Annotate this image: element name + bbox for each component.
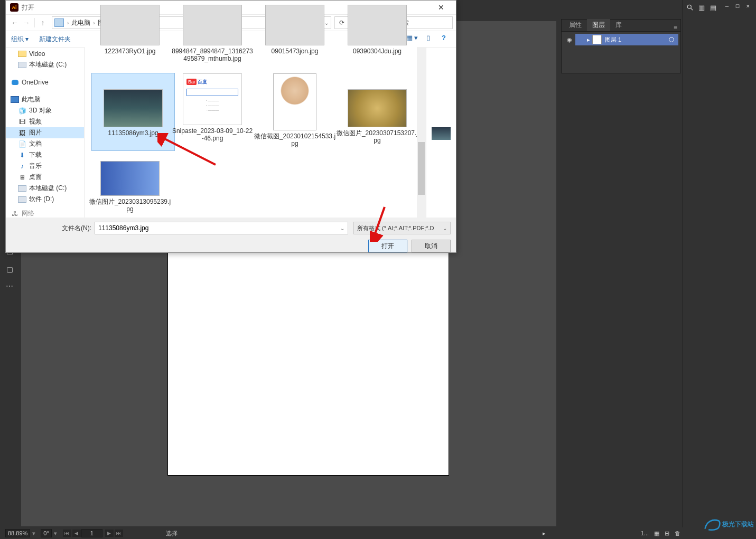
- arrange-docs-icon[interactable]: ▥: [697, 3, 706, 12]
- file-item-caption: 微信图片_20230313095239.jpg: [89, 198, 171, 213]
- status-mode-label: 选择: [166, 529, 178, 537]
- tree-item-network[interactable]: 🖧网络: [6, 208, 84, 218]
- layers-panel: 属性 图层 库 ≡ ◉ ▸ 图层 1: [561, 19, 681, 73]
- file-item[interactable]: 微信图片_20230313095239.jpg: [89, 161, 171, 213]
- tree-item-documents[interactable]: 📄文档: [6, 138, 84, 149]
- nav-back-button[interactable]: ←: [9, 17, 21, 29]
- status-icon-3[interactable]: 🗑: [675, 530, 680, 536]
- tree-item-downloads[interactable]: ⬇下载: [6, 149, 84, 160]
- tree-item-pictures[interactable]: 🖼图片: [6, 127, 84, 138]
- layer-row[interactable]: ◉ ▸ 图层 1: [564, 34, 678, 45]
- rotate-dropdown[interactable]: 0°: [41, 529, 52, 537]
- preview-thumbnail: [432, 127, 451, 140]
- filename-label: 文件名(N):: [62, 224, 91, 233]
- tree-item-music[interactable]: ♪音乐: [6, 160, 84, 172]
- close-button[interactable]: ✕: [743, 4, 753, 11]
- tree-item-software-d[interactable]: 软件 (D:): [6, 194, 84, 205]
- panel-menu-icon[interactable]: ≡: [674, 24, 680, 31]
- status-icon-2[interactable]: ⊞: [665, 530, 669, 537]
- tree-item-localdisk-c[interactable]: 本地磁盘 (C:): [6, 59, 84, 70]
- nav-forward-button[interactable]: →: [21, 17, 32, 29]
- newfolder-button[interactable]: 新建文件夹: [39, 35, 71, 44]
- ai-left-toolstrip: ▭ ▢ ⋯: [0, 245, 19, 528]
- file-item-selected[interactable]: 11135086ym3.jpg: [92, 73, 174, 150]
- artboard-index-input[interactable]: 1: [81, 529, 102, 537]
- layer-thumb: [592, 35, 602, 44]
- file-item[interactable]: Bai百度 · ———· ———· ——— Snipaste_2023-03-0…: [171, 73, 254, 142]
- file-open-dialog: Ai 打开 ✕ ← → ↑ › 此电脑 › 图片 › ⌄ ⟳ 🔍 在 图片 中搜…: [5, 0, 456, 253]
- tree-item-video[interactable]: Video: [6, 48, 84, 59]
- ai-app-icon: Ai: [10, 3, 18, 12]
- tab-properties[interactable]: 属性: [564, 19, 587, 31]
- tree-item-onedrive[interactable]: OneDrive: [6, 77, 84, 88]
- file-item-caption: 11135086ym3.jpg: [92, 129, 174, 137]
- watermark: 极光下载站: [703, 517, 754, 532]
- preview-pane: [426, 47, 456, 218]
- file-item[interactable]: 微信图片_20230307153207.jpg: [336, 73, 418, 144]
- location-tree[interactable]: Video 本地磁盘 (C:) OneDrive 此电脑 🧊3D 对象 🎞视频 …: [6, 47, 85, 218]
- file-list-scrollbar[interactable]: [417, 47, 426, 218]
- right-zoom-label: 1...: [641, 530, 649, 536]
- preview-pane-button[interactable]: ▯: [421, 34, 435, 44]
- tab-libraries[interactable]: 库: [610, 19, 627, 31]
- filetype-dropdown[interactable]: 所有格式 (*.AI;*.AIT;*.PDF;*.D ⌄: [353, 222, 451, 234]
- breadcrumb-segment-1[interactable]: 此电脑: [71, 18, 90, 27]
- visibility-toggle-icon[interactable]: ◉: [564, 34, 575, 45]
- artboard-prev-button[interactable]: ◀: [72, 529, 81, 537]
- maximize-button[interactable]: ☐: [733, 4, 742, 11]
- file-list-area[interactable]: 1223473RyO1.jpg 8994847_8994847_13162734…: [85, 47, 426, 218]
- file-item[interactable]: 微信截图_20230102154533.jpg: [254, 73, 336, 147]
- target-indicator-icon[interactable]: [669, 37, 674, 42]
- svg-line-1: [691, 8, 693, 11]
- tool-icon-more[interactable]: ⋯: [4, 282, 15, 292]
- status-icon-1[interactable]: ▦: [654, 530, 659, 537]
- tree-item-3dobjects[interactable]: 🧊3D 对象: [6, 105, 84, 116]
- tree-item-desktop[interactable]: 🖥桌面: [6, 172, 84, 183]
- filename-input[interactable]: 11135086ym3.jpg ⌄: [95, 222, 348, 234]
- tab-layers[interactable]: 图层: [587, 19, 610, 31]
- filename-dropdown-icon[interactable]: ⌄: [340, 225, 344, 231]
- file-item-caption: 1223473RyO1.jpg: [89, 48, 171, 55]
- tree-item-thispc[interactable]: 此电脑: [6, 94, 84, 105]
- dialog-footer: 文件名(N): 11135086ym3.jpg ⌄ 所有格式 (*.AI;*.A…: [6, 218, 456, 252]
- tool-icon-2[interactable]: ▢: [4, 265, 15, 276]
- file-item-caption: 8994847_8994847_1316273495879_mthumb.jpg: [171, 48, 254, 62]
- artboard-first-button[interactable]: ⏮: [63, 529, 71, 537]
- file-item-caption: 09390304Jdu.jpg: [336, 48, 418, 55]
- file-item-caption: Snipaste_2023-03-09_10-22-46.png: [171, 127, 254, 142]
- dialog-title-label: 打开: [22, 3, 34, 12]
- cancel-button[interactable]: 取消: [412, 240, 451, 252]
- file-item-caption: 微信截图_20230102154533.jpg: [254, 133, 336, 147]
- search-icon[interactable]: [685, 3, 695, 12]
- layer-name-label: 图层 1: [605, 36, 621, 44]
- file-item-caption: 09015473jon.jpg: [254, 48, 336, 55]
- svg-point-0: [687, 5, 691, 8]
- artboard-last-button[interactable]: ⏭: [115, 529, 123, 537]
- minimize-button[interactable]: ─: [722, 4, 732, 11]
- tree-item-localdisk-c2[interactable]: 本地磁盘 (C:): [6, 183, 84, 194]
- tree-item-videos[interactable]: 🎞视频: [6, 116, 84, 127]
- location-icon: [54, 18, 64, 27]
- help-button[interactable]: ?: [437, 34, 451, 44]
- artboard-next-button[interactable]: ▶: [105, 529, 114, 537]
- zoom-dropdown[interactable]: 88.89%: [5, 529, 30, 537]
- dialog-close-button[interactable]: ✕: [431, 1, 452, 14]
- ai-right-panel-column: ▥ ▤ ─ ☐ ✕: [683, 0, 756, 539]
- workspace-icon[interactable]: ▤: [708, 3, 718, 12]
- organize-menu[interactable]: 组织 ▾: [11, 35, 29, 44]
- expand-caret-icon[interactable]: ▸: [585, 36, 592, 43]
- file-item-caption: 微信图片_20230307153207.jpg: [336, 129, 418, 144]
- nav-up-button[interactable]: ↑: [37, 17, 49, 29]
- open-button[interactable]: 打开: [368, 240, 407, 252]
